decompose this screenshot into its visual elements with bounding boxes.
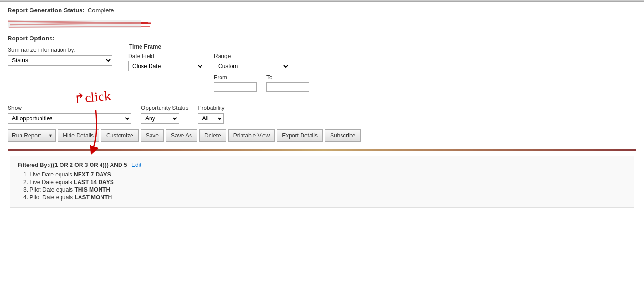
show-select[interactable]: All opportunities My opportunities My te… (8, 113, 131, 124)
filter-item-text: Pilot Date equals (30, 186, 74, 193)
status-value: Complete (88, 7, 114, 14)
to-input[interactable] (266, 82, 309, 92)
list-item: 3. Pilot Date equals THIS MONTH (23, 186, 626, 193)
printable-view-button[interactable]: Printable View (228, 129, 275, 142)
summarize-select[interactable]: Status Owner Type Lead Source (8, 55, 112, 66)
opportunity-status-select[interactable]: Any Open Closed Won Closed Lost (141, 113, 179, 124)
filter-item-bold: THIS MONTH (74, 186, 110, 193)
opportunity-status-label: Opportunity Status (141, 105, 188, 111)
summarize-label: Summarize information by: (8, 47, 112, 53)
filter-item-bold: NEXT 7 DAYS (74, 171, 111, 178)
run-report-button[interactable]: Run Report (8, 129, 45, 142)
timeframe-legend: Time Frame (127, 43, 163, 50)
date-field-label: Date Field (128, 53, 204, 59)
filter-header: Filtered By:(((1 OR 2 OR 3 OR 4))) AND 5… (18, 162, 626, 168)
show-label: Show (8, 105, 131, 111)
status-label: Report Generation Status: (8, 7, 85, 14)
filter-item-num: 1. (23, 171, 30, 178)
range-select[interactable]: Custom All Time This Month Last Month Th… (214, 61, 290, 71)
probability-select[interactable]: All 0% 10% 20% 30% 40% 50% 60% 70% 80% 9… (198, 113, 224, 124)
filter-item-bold: LAST 14 DAYS (74, 179, 114, 186)
range-section: Range Custom All Time This Month Last Mo… (214, 53, 290, 71)
delete-button[interactable]: Delete (199, 129, 226, 142)
filter-list: 1. Live Date equals NEXT 7 DAYS 2. Live … (18, 171, 626, 201)
date-field-select[interactable]: Close Date Created Date Last Modified Da… (128, 61, 204, 71)
filter-item-num: 2. (23, 179, 30, 186)
run-report-dropdown-button[interactable]: ▼ (45, 129, 56, 142)
filter-item-text: Pilot Date equals (30, 194, 74, 201)
show-section: Show All opportunities My opportunities … (8, 105, 131, 124)
filter-item-num: 4. (23, 194, 30, 201)
filter-item-num: 3. (23, 186, 30, 193)
filter-item-text: Live Date equals (30, 171, 74, 178)
probability-label: Probability (198, 105, 224, 111)
filter-edit-link[interactable]: Edit (131, 162, 141, 168)
section-divider (8, 149, 636, 151)
to-label: To (266, 74, 309, 81)
svg-rect-3 (8, 20, 141, 28)
opportunity-status-section: Opportunity Status Any Open Closed Won C… (141, 105, 188, 124)
to-field: To (266, 74, 309, 92)
from-input[interactable] (214, 82, 257, 92)
filter-section: Filtered By:(((1 OR 2 OR 3 OR 4))) AND 5… (10, 156, 634, 208)
range-label: Range (214, 53, 290, 59)
from-field: From (214, 74, 257, 92)
export-details-button[interactable]: Export Details (277, 129, 323, 142)
list-item: 1. Live Date equals NEXT 7 DAYS (23, 171, 626, 178)
buttons-row: Run Report ▼ Hide Details Customize Save… (8, 129, 636, 142)
date-field-section: Date Field Close Date Created Date Last … (128, 53, 204, 71)
list-item: 4. Pilot Date equals LAST MONTH (23, 194, 626, 201)
from-label: From (214, 74, 257, 81)
summarize-section: Summarize information by: Status Owner T… (8, 47, 112, 66)
filter-item-bold: LAST MONTH (74, 194, 112, 201)
run-report-group: Run Report ▼ (8, 129, 56, 142)
subscribe-button[interactable]: Subscribe (325, 129, 361, 142)
filter-text: Filtered By:(((1 OR 2 OR 3 OR 4))) AND 5 (18, 162, 127, 168)
timeframe-box: Time Frame Date Field Close Date Created… (122, 47, 315, 97)
hide-details-button[interactable]: Hide Details (58, 129, 99, 142)
list-item: 2. Live Date equals LAST 14 DAYS (23, 179, 626, 186)
save-button[interactable]: Save (141, 129, 164, 142)
save-as-button[interactable]: Save As (166, 129, 197, 142)
probability-section: Probability All 0% 10% 20% 30% 40% 50% 6… (198, 105, 224, 124)
filter-item-text: Live Date equals (30, 179, 74, 186)
report-options-label: Report Options: (8, 35, 636, 42)
customize-button[interactable]: Customize (101, 129, 139, 142)
